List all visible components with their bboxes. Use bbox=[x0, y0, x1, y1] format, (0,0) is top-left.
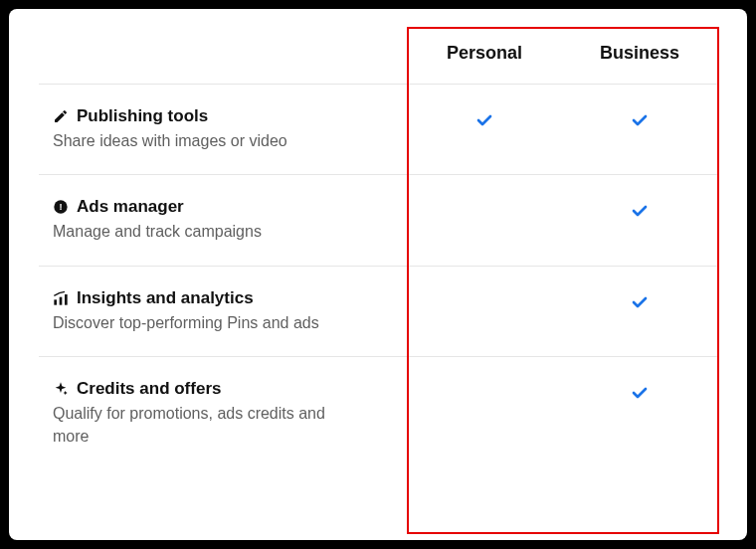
check-icon bbox=[630, 203, 650, 223]
svg-rect-4 bbox=[65, 294, 68, 305]
feature-title: Publishing tools bbox=[77, 106, 208, 126]
check-cell-personal bbox=[407, 197, 562, 203]
feature-row: Insights and analytics Discover top-perf… bbox=[39, 267, 717, 357]
sparkle-icon bbox=[53, 381, 69, 397]
check-icon bbox=[474, 112, 494, 132]
feature-title: Insights and analytics bbox=[77, 288, 254, 308]
check-cell-business bbox=[562, 197, 717, 223]
megaphone-icon: ! bbox=[53, 199, 69, 215]
header-row: Personal Business bbox=[39, 25, 717, 85]
feature-row: Credits and offers Qualify for promotion… bbox=[39, 357, 717, 469]
feature-subtitle: Qualify for promotions, ads credits and … bbox=[53, 403, 357, 448]
svg-rect-2 bbox=[54, 299, 57, 304]
check-cell-personal bbox=[407, 106, 562, 132]
feature-subtitle: Manage and track campaigns bbox=[53, 221, 357, 243]
feature-title: Ads manager bbox=[77, 197, 184, 217]
svg-text:!: ! bbox=[59, 203, 62, 213]
check-icon bbox=[630, 385, 650, 405]
check-cell-personal bbox=[407, 379, 562, 385]
svg-rect-3 bbox=[60, 296, 63, 304]
check-cell-business bbox=[562, 288, 717, 314]
check-cell-business bbox=[562, 379, 717, 405]
column-header-business: Business bbox=[562, 25, 717, 64]
check-icon bbox=[630, 112, 650, 132]
feature-subtitle: Share ideas with images or video bbox=[53, 130, 357, 152]
check-cell-business bbox=[562, 106, 717, 132]
feature-row: ! Ads manager Manage and track campaigns bbox=[39, 175, 717, 266]
feature-row: Publishing tools Share ideas with images… bbox=[39, 85, 717, 175]
column-header-personal: Personal bbox=[407, 25, 562, 64]
check-icon bbox=[630, 294, 650, 314]
feature-subtitle: Discover top-performing Pins and ads bbox=[53, 312, 357, 334]
pencil-icon bbox=[53, 108, 69, 124]
check-cell-personal bbox=[407, 288, 562, 294]
analytics-icon bbox=[53, 290, 69, 306]
comparison-card: Personal Business Publishing tools Share… bbox=[9, 9, 747, 540]
feature-title: Credits and offers bbox=[77, 379, 221, 399]
